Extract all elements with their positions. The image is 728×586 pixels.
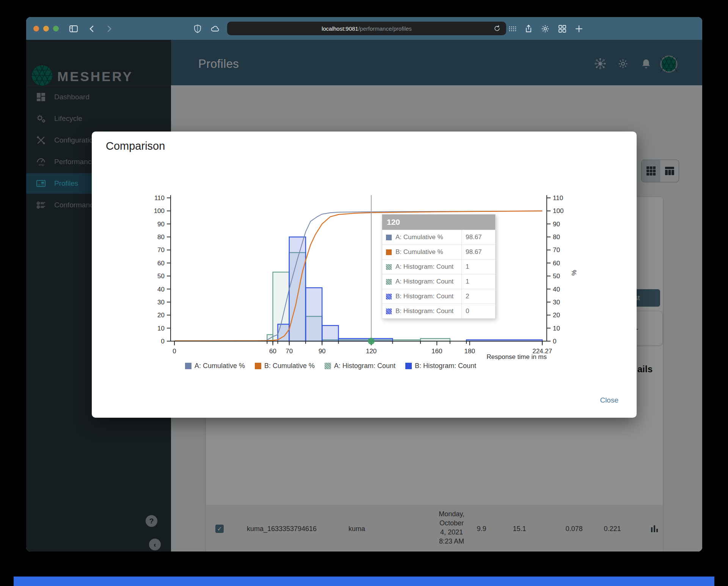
browser-titlebar: localhost:9081/performance/profiles: [26, 17, 702, 40]
legend-item[interactable]: A: Histogram: Count: [325, 362, 395, 370]
privacy-shield-icon[interactable]: [193, 24, 202, 33]
tooltip-row: B: Histogram: Count2: [382, 289, 495, 304]
svg-text:0: 0: [173, 348, 176, 355]
extensions-icon[interactable]: [508, 24, 517, 33]
svg-text:30: 30: [553, 299, 560, 306]
legend-label: A: Histogram: Count: [334, 362, 395, 370]
tooltip-row: A: Histogram: Count1: [382, 274, 495, 289]
legend-swatch-icon: [405, 363, 412, 369]
url-path: /performance/profiles: [358, 25, 412, 32]
url-host: localhost:9081: [322, 25, 358, 32]
legend-item[interactable]: A: Cumulative %: [185, 362, 245, 370]
svg-text:20: 20: [553, 312, 560, 319]
right-axis-label: %: [570, 270, 577, 276]
tooltip-row: B: Cumulative %98.67: [382, 244, 495, 259]
tooltip-series-label: A: Histogram: Count: [395, 278, 461, 285]
new-tab-icon[interactable]: [574, 24, 584, 33]
chart-tooltip: 120 A: Cumulative %98.67B: Cumulative %9…: [382, 214, 496, 319]
svg-text:160: 160: [431, 348, 442, 355]
tooltip-series-value: 98.67: [461, 245, 495, 259]
legend-swatch-icon: [185, 363, 191, 369]
svg-text:40: 40: [157, 286, 165, 293]
tooltip-swatch-icon: [386, 264, 392, 270]
svg-text:110: 110: [154, 194, 165, 202]
svg-text:90: 90: [553, 221, 560, 228]
svg-text:60: 60: [269, 348, 276, 355]
legend-label: B: Histogram: Count: [415, 362, 476, 370]
tooltip-swatch-icon: [386, 235, 392, 240]
tooltip-series-label: B: Histogram: Count: [395, 307, 461, 315]
reload-icon[interactable]: [493, 25, 501, 32]
svg-text:90: 90: [157, 221, 165, 228]
tooltip-series-value: 98.67: [461, 230, 495, 244]
icloud-tab-icon[interactable]: [210, 24, 220, 33]
svg-text:10: 10: [157, 325, 165, 332]
tooltip-swatch-icon: [386, 279, 392, 285]
tab-overview-icon[interactable]: [558, 24, 567, 33]
svg-text:0: 0: [553, 338, 556, 345]
svg-text:100: 100: [154, 207, 165, 215]
address-bar[interactable]: localhost:9081/performance/profiles: [227, 22, 506, 35]
svg-text:40: 40: [553, 286, 560, 293]
share-icon[interactable]: [524, 24, 533, 33]
browser-window: localhost:9081/performance/profiles: [26, 17, 702, 552]
svg-text:70: 70: [157, 246, 165, 254]
legend-label: B: Cumulative %: [264, 362, 315, 370]
tooltip-series-value: 1: [461, 260, 495, 274]
legend-swatch-icon: [255, 363, 261, 369]
svg-text:20: 20: [157, 312, 165, 319]
back-icon[interactable]: [88, 24, 97, 33]
close-button[interactable]: Close: [595, 393, 624, 407]
desktop-accent-strip: [14, 577, 714, 586]
x-axis-label: Response time in ms: [486, 353, 547, 360]
svg-text:100: 100: [553, 207, 563, 215]
svg-text:180: 180: [464, 348, 475, 355]
svg-text:0: 0: [161, 338, 165, 345]
legend-label: A: Cumulative %: [195, 362, 245, 370]
tooltip-series-label: A: Histogram: Count: [395, 263, 461, 271]
svg-text:80: 80: [157, 233, 165, 241]
svg-text:110: 110: [553, 194, 563, 202]
svg-text:60: 60: [553, 260, 560, 267]
svg-text:120: 120: [366, 348, 377, 355]
svg-text:60: 60: [157, 260, 165, 267]
legend-item[interactable]: B: Histogram: Count: [405, 362, 476, 370]
modal-title: Comparison: [106, 140, 165, 152]
svg-text:70: 70: [286, 348, 293, 355]
svg-text:70: 70: [553, 246, 560, 254]
svg-text:80: 80: [553, 233, 560, 241]
tooltip-series-label: B: Histogram: Count: [395, 293, 461, 300]
traffic-light-close[interactable]: [33, 26, 39, 31]
tooltip-swatch-icon: [386, 249, 392, 255]
svg-text:90: 90: [318, 348, 326, 355]
traffic-light-zoom[interactable]: [53, 26, 59, 31]
tooltip-swatch-icon: [386, 294, 392, 299]
tooltip-series-value: 1: [461, 274, 495, 289]
comparison-modal: Comparison 00101020203030404050506060707…: [92, 132, 637, 418]
legend-item[interactable]: B: Cumulative %: [255, 362, 315, 370]
svg-text:50: 50: [553, 273, 560, 280]
tooltip-series-label: B: Cumulative %: [395, 248, 461, 256]
svg-text:30: 30: [157, 299, 165, 306]
desktop: localhost:9081/performance/profiles: [0, 0, 728, 586]
sidebar-toggle-icon[interactable]: [69, 24, 78, 33]
legend-swatch-icon: [325, 363, 331, 369]
tooltip-series-value: 0: [461, 304, 495, 318]
comparison-chart[interactable]: 0010102020303040405050606070708080909010…: [137, 185, 596, 363]
forward-icon[interactable]: [104, 24, 113, 33]
tooltip-row: A: Cumulative %98.67: [382, 230, 495, 244]
tooltip-swatch-icon: [386, 309, 392, 314]
tooltip-series-value: 2: [461, 289, 495, 304]
tooltip-row: B: Histogram: Count0: [382, 304, 495, 318]
axis-labels: 0010102020303040405050606070708080909010…: [154, 194, 577, 360]
traffic-light-minimize[interactable]: [43, 26, 49, 31]
browser-settings-icon[interactable]: [541, 24, 550, 33]
tooltip-row: A: Histogram: Count1: [382, 259, 495, 274]
chart-legend: A: Cumulative %B: Cumulative %A: Histogr…: [92, 362, 570, 370]
tooltip-header: 120: [382, 215, 495, 230]
svg-text:50: 50: [157, 273, 165, 280]
tooltip-series-label: A: Cumulative %: [395, 233, 461, 241]
hover-marker: [368, 338, 375, 345]
svg-text:10: 10: [553, 325, 560, 332]
